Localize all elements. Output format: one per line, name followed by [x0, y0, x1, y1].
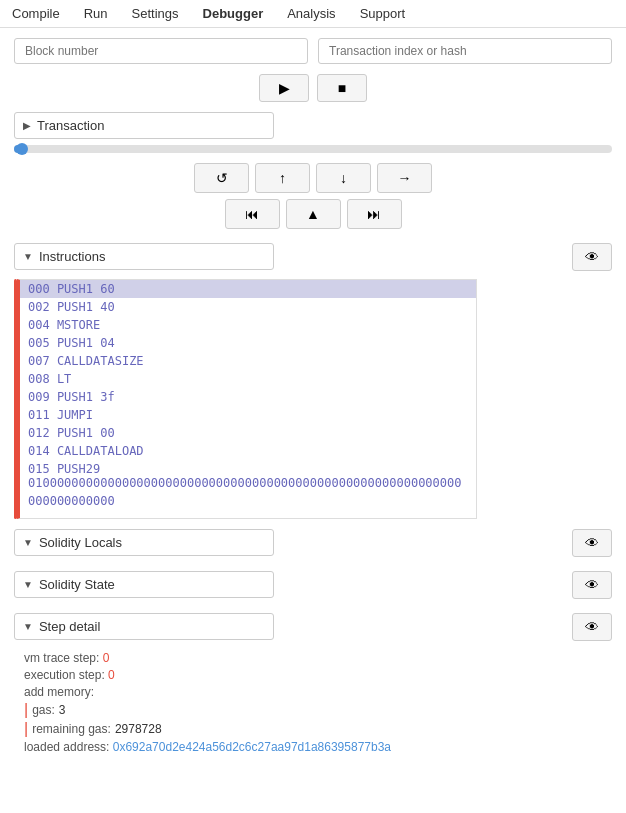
remaining-gas-bar-icon: | — [24, 721, 28, 737]
step-remaining-gas: | remaining gas: 2978728 — [24, 721, 602, 737]
instructions-list[interactable]: 000 PUSH1 60 002 PUSH1 40 004 MSTORE 005… — [17, 279, 477, 519]
step-add-memory: add memory: — [24, 685, 602, 699]
solidity-state-eye-container: 👁 — [572, 571, 612, 599]
solidity-state-label: Solidity State — [39, 577, 115, 592]
instr-item-9[interactable]: 014 CALLDATALOAD — [20, 442, 476, 460]
play-button[interactable]: ▶ — [259, 74, 309, 102]
solidity-state-section: ▼ Solidity State 👁 — [14, 571, 612, 603]
solidity-state-header[interactable]: ▼ Solidity State — [14, 571, 274, 598]
instr-item-5[interactable]: 008 LT — [20, 370, 476, 388]
main-content: ▶ ■ ▶ Transaction ↺ ↑ ↓ → ⏮ ▲ ⏭ ▼ — [0, 28, 626, 783]
step-loaded-address: loaded address: 0x692a70d2e424a56d2c6c27… — [24, 740, 602, 754]
menu-debugger[interactable]: Debugger — [199, 4, 268, 23]
step-add-memory-key: add memory: — [24, 685, 94, 699]
jump-start-button[interactable]: ⏮ — [225, 199, 280, 229]
instr-item-10[interactable]: 015 PUSH29 01000000000000000000000000000… — [20, 460, 476, 492]
jump-end-button[interactable]: ⏭ — [347, 199, 402, 229]
instr-item-7[interactable]: 011 JUMPI — [20, 406, 476, 424]
step-remaining-gas-val: 2978728 — [115, 722, 162, 736]
progress-thumb — [16, 143, 28, 155]
transaction-arrow: ▶ — [23, 120, 31, 131]
menu-run[interactable]: Run — [80, 4, 112, 23]
solidity-locals-eye-button[interactable]: 👁 — [572, 529, 612, 557]
step-loaded-address-key: loaded address: — [24, 740, 113, 754]
jump-out-button[interactable]: ▲ — [286, 199, 341, 229]
step-execution-key: execution step: — [24, 668, 108, 682]
instr-item-8[interactable]: 012 PUSH1 00 — [20, 424, 476, 442]
block-number-input[interactable] — [14, 38, 308, 64]
nav-row-1: ↺ ↑ ↓ → — [194, 163, 432, 193]
step-detail-eye-container: 👁 — [572, 613, 612, 641]
nav-row-2: ⏮ ▲ ⏭ — [225, 199, 402, 229]
menu-support[interactable]: Support — [356, 4, 410, 23]
step-detail-content: vm trace step: 0 execution step: 0 add m… — [14, 645, 612, 763]
instructions-section: ▼ Instructions 👁 000 PUSH1 60 002 PUSH1 … — [14, 243, 612, 519]
step-detail-arrow: ▼ — [23, 621, 33, 632]
step-detail-label: Step detail — [39, 619, 100, 634]
play-stop-row: ▶ ■ — [14, 74, 612, 102]
step-gas-val: 3 — [59, 703, 66, 717]
menu-analysis[interactable]: Analysis — [283, 4, 339, 23]
step-detail-section: ▼ Step detail 👁 vm trace step: 0 executi… — [14, 613, 612, 763]
step-vm-trace: vm trace step: 0 — [24, 651, 602, 665]
instr-item-6[interactable]: 009 PUSH1 3f — [20, 388, 476, 406]
solidity-locals-label: Solidity Locals — [39, 535, 122, 550]
step-gas-key: gas: — [32, 703, 55, 717]
transaction-label: Transaction — [37, 118, 104, 133]
solidity-state-eye-button[interactable]: 👁 — [572, 571, 612, 599]
step-loaded-address-val: 0x692a70d2e424a56d2c6c27aa97d1a86395877b… — [113, 740, 391, 754]
progress-bar[interactable] — [14, 145, 612, 153]
solidity-locals-header[interactable]: ▼ Solidity Locals — [14, 529, 274, 556]
step-detail-header[interactable]: ▼ Step detail — [14, 613, 274, 640]
solidity-locals-arrow: ▼ — [23, 537, 33, 548]
instr-item-0[interactable]: 000 PUSH1 60 — [20, 280, 476, 298]
transaction-section: ▶ Transaction — [14, 112, 612, 139]
instructions-eye-container: 👁 — [572, 243, 612, 271]
step-execution-val: 0 — [108, 668, 115, 682]
back-over-button[interactable]: ↺ — [194, 163, 249, 193]
solidity-locals-eye-container: 👁 — [572, 529, 612, 557]
transaction-input[interactable] — [318, 38, 612, 64]
step-into-button[interactable]: ↑ — [255, 163, 310, 193]
instr-item-2[interactable]: 004 MSTORE — [20, 316, 476, 334]
instr-item-11[interactable]: 000000000000 — [20, 492, 476, 510]
step-vm-trace-val: 0 — [103, 651, 110, 665]
gas-bar-icon: | — [24, 702, 28, 718]
input-row — [14, 38, 612, 64]
step-detail-eye-button[interactable]: 👁 — [572, 613, 612, 641]
step-execution: execution step: 0 — [24, 668, 602, 682]
instructions-arrow: ▼ — [23, 251, 33, 262]
instr-item-1[interactable]: 002 PUSH1 40 — [20, 298, 476, 316]
instructions-header[interactable]: ▼ Instructions — [14, 243, 274, 270]
step-remaining-gas-key: remaining gas: — [32, 722, 111, 736]
step-gas: | gas: 3 — [24, 702, 602, 718]
step-vm-trace-key: vm trace step: — [24, 651, 103, 665]
instr-item-3[interactable]: 005 PUSH1 04 — [20, 334, 476, 352]
solidity-locals-section: ▼ Solidity Locals 👁 — [14, 529, 612, 561]
step-over-button[interactable]: ↓ — [316, 163, 371, 193]
menu-settings[interactable]: Settings — [128, 4, 183, 23]
instructions-eye-button[interactable]: 👁 — [572, 243, 612, 271]
stop-button[interactable]: ■ — [317, 74, 367, 102]
navigation-rows: ↺ ↑ ↓ → ⏮ ▲ ⏭ — [14, 163, 612, 229]
transaction-header[interactable]: ▶ Transaction — [14, 112, 274, 139]
step-forward-button[interactable]: → — [377, 163, 432, 193]
menu-compile[interactable]: Compile — [8, 4, 64, 23]
instr-item-4[interactable]: 007 CALLDATASIZE — [20, 352, 476, 370]
menubar: Compile Run Settings Debugger Analysis S… — [0, 0, 626, 28]
solidity-state-arrow: ▼ — [23, 579, 33, 590]
instructions-label: Instructions — [39, 249, 105, 264]
